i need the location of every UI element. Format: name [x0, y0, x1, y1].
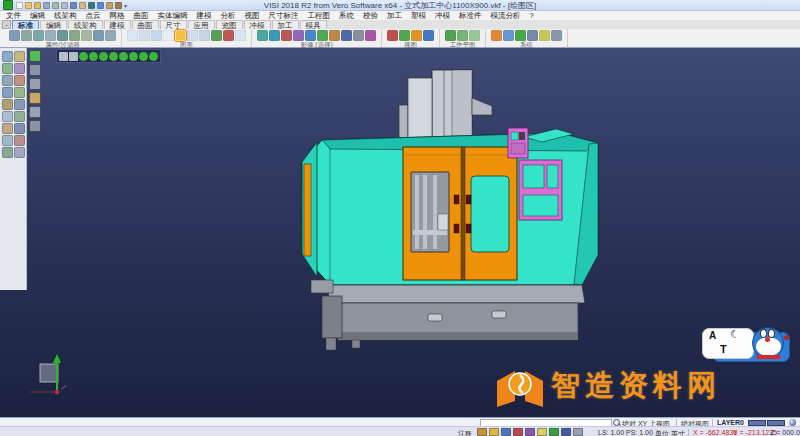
linetype-swatch-button[interactable] [767, 420, 785, 426]
ribbon-tool-icon[interactable] [515, 30, 526, 41]
toolbar-collapse-button[interactable]: - [2, 20, 11, 29]
ribbon-group-label: 视图 [387, 41, 434, 48]
ribbon-tool-icon[interactable] [281, 30, 292, 41]
graphics-viewport[interactable]: 智造资料网 A ☾ T [0, 48, 800, 417]
status-sphere-icon[interactable] [789, 419, 796, 426]
annotation-toggle[interactable]: 注释 [458, 429, 472, 436]
ribbon-tool-icon[interactable] [423, 30, 434, 41]
ribbon-tool-icon[interactable] [33, 30, 44, 41]
ribbon-tool-icon[interactable] [105, 30, 116, 41]
ribbon-tool-icon[interactable] [317, 30, 328, 41]
ribbon-tool-icon[interactable] [411, 30, 422, 41]
ribbon-tool-icon[interactable] [329, 30, 340, 41]
toolbar-tab[interactable]: 线架构 [68, 20, 103, 29]
menu-item[interactable]: 工程图 [308, 11, 331, 21]
ribbon-tool-icon[interactable] [539, 30, 550, 41]
menu-item[interactable]: 点云 [86, 11, 101, 21]
ribbon-group: 属性/过滤器 [4, 29, 122, 47]
color-swatch-button[interactable] [748, 420, 766, 426]
menu-item[interactable]: 冲模 [435, 11, 450, 21]
ribbon-tool-icon[interactable] [199, 30, 210, 41]
ribbon-tool-icon[interactable] [127, 30, 138, 41]
ribbon-tool-icon[interactable] [81, 30, 92, 41]
toolbar-tab[interactable]: 尺寸 [160, 20, 187, 29]
toolbar-tab[interactable]: 应用 [188, 20, 215, 29]
ribbon-tool-icon[interactable] [457, 30, 468, 41]
ribbon-tool-icon[interactable] [387, 30, 398, 41]
ribbon-tool-icon[interactable] [9, 30, 20, 41]
ribbon-tool-icon[interactable] [305, 30, 316, 41]
scale-indicator: LS: 1.00 PS: 1.00 [598, 429, 653, 436]
ribbon-tool-icon[interactable] [57, 30, 68, 41]
machine-3d-model[interactable] [0, 48, 800, 417]
ribbon-tool-icon[interactable] [445, 30, 456, 41]
menu-item[interactable]: 建模 [197, 11, 212, 21]
menu-item[interactable]: 线架构 [54, 11, 77, 21]
ribbon-tool-icon[interactable] [21, 30, 32, 41]
ribbon-tool-icon[interactable] [503, 30, 514, 41]
menu-item[interactable]: 尺寸标注 [269, 11, 299, 21]
status-tool-icon[interactable] [549, 428, 559, 436]
status-tool-icon[interactable] [537, 428, 547, 436]
ribbon-tool-icon[interactable] [293, 30, 304, 41]
ribbon-tool-icon[interactable] [139, 30, 150, 41]
menu-item[interactable]: 系统 [339, 11, 354, 21]
ribbon-tool-icon[interactable] [491, 30, 502, 41]
menu-item[interactable]: 模流分析 [491, 11, 521, 21]
units-indicator[interactable]: 单位 英寸 [655, 429, 685, 436]
ribbon-tool-icon[interactable] [527, 30, 538, 41]
ribbon-group-label: 属性/过滤器 [9, 41, 116, 48]
status-tool-icon[interactable] [489, 428, 499, 436]
menu-item[interactable]: 网格 [110, 11, 125, 21]
status-tool-icon[interactable] [513, 428, 523, 436]
ribbon-tool-icon[interactable] [45, 30, 56, 41]
ribbon-tool-icon[interactable] [353, 30, 364, 41]
menu-item[interactable]: 塑模 [411, 11, 426, 21]
status-tool-icon[interactable] [501, 428, 511, 436]
search-icon[interactable] [613, 419, 620, 426]
menu-item[interactable]: ? [530, 11, 534, 20]
ribbon-tool-icon[interactable] [341, 30, 352, 41]
ribbon-tool-icon[interactable] [269, 30, 280, 41]
ribbon-tool-icon[interactable] [551, 30, 562, 41]
menu-item[interactable]: 实体编辑 [158, 11, 188, 21]
menu-item[interactable]: 加工 [387, 11, 402, 21]
ribbon-tool-icon[interactable] [257, 30, 268, 41]
ribbon-tool-icon[interactable] [469, 30, 480, 41]
menu-item[interactable]: 曲面 [134, 11, 149, 21]
ribbon-tool-icon[interactable] [187, 30, 198, 41]
door-handle [466, 195, 471, 204]
status-tool-icon[interactable] [525, 428, 535, 436]
toolbar-tab[interactable]: 编辑 [40, 20, 67, 29]
toolbar-tab[interactable]: 加工 [272, 20, 299, 29]
toolbar-tabs: 标准 编辑 线架构 建模 曲面 尺寸 应用 览图 冲模 加工 模具 [12, 20, 327, 29]
toolbar-tab[interactable]: 冲模 [244, 20, 271, 29]
toolbar-tab[interactable]: 建模 [104, 20, 131, 29]
ribbon-group-label: 系统 [491, 41, 562, 48]
toolbar-tab[interactable]: 模具 [300, 20, 327, 29]
ribbon-tool-icon[interactable] [175, 30, 186, 41]
ribbon-tool-icon[interactable] [211, 30, 222, 41]
active-layer-indicator[interactable]: LAYER0 [717, 419, 744, 426]
ribbon-tool-icon[interactable] [399, 30, 410, 41]
ribbon-tool-icon[interactable] [163, 30, 174, 41]
ribbon-tool-icon[interactable] [365, 30, 376, 41]
menu-item[interactable]: 视图 [245, 11, 260, 21]
toolbar-tab[interactable]: 览图 [216, 20, 243, 29]
ribbon-tool-icon[interactable] [69, 30, 80, 41]
menu-item[interactable]: 标准件 [459, 11, 482, 21]
menu-item[interactable]: 校验 [363, 11, 378, 21]
ribbon-tool-icon[interactable] [93, 30, 104, 41]
ribbon-tool-icon[interactable] [223, 30, 234, 41]
menu-item[interactable]: 编辑 [30, 11, 45, 21]
status-tool-icon[interactable] [477, 428, 487, 436]
status-tool-icon[interactable] [573, 428, 583, 436]
ribbon-tool-icon[interactable] [151, 30, 162, 41]
menu-item[interactable]: 分析 [221, 11, 236, 21]
status-tool-icon[interactable] [561, 428, 571, 436]
toolbar-tab[interactable]: 标准 [12, 20, 39, 29]
menu-item[interactable]: 文件 [6, 11, 21, 21]
ribbon-tool-icon[interactable] [235, 30, 246, 41]
toolbar-tab[interactable]: 曲面 [132, 20, 159, 29]
moon-icon: ☾ [730, 328, 740, 341]
